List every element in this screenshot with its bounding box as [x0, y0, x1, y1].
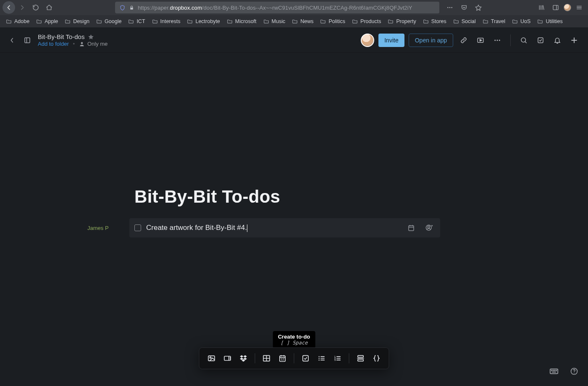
add-to-folder-link[interactable]: Add to folder	[38, 41, 69, 47]
svg-rect-64	[358, 360, 363, 361]
svg-rect-0	[130, 7, 133, 9]
insert-bullet-list-icon[interactable]	[315, 351, 329, 365]
folder-icon	[320, 18, 326, 24]
bookmark-folder[interactable]: Utilities	[537, 18, 562, 24]
svg-rect-63	[358, 355, 363, 357]
doc-list-button[interactable]	[23, 36, 32, 45]
bookmark-folder[interactable]: Stores	[423, 18, 446, 24]
insert-dropbox-icon[interactable]	[236, 351, 251, 365]
bookmark-folder[interactable]: Social	[453, 18, 476, 24]
history-back-button[interactable]	[8, 36, 17, 45]
more-menu-icon[interactable]	[491, 34, 504, 47]
open-in-app-button[interactable]: Open in app	[409, 34, 453, 47]
bookmark-folder[interactable]: Microsoft	[227, 18, 257, 24]
svg-point-2	[449, 7, 451, 8]
svg-rect-66	[550, 369, 558, 374]
bookmark-label: Interests	[160, 18, 181, 24]
copy-link-icon[interactable]	[457, 34, 470, 47]
nav-back-button[interactable]	[3, 1, 15, 14]
present-icon[interactable]	[474, 34, 487, 47]
bookmark-folder[interactable]: Google	[96, 18, 121, 24]
page-actions-icon[interactable]	[444, 1, 456, 14]
bookmark-folder[interactable]: Music	[263, 18, 286, 24]
keyboard-shortcuts-icon[interactable]	[548, 365, 560, 378]
header-doc-title[interactable]: Bit-By-Bit To-dos	[38, 33, 84, 40]
bookmark-folder[interactable]: Products	[352, 18, 381, 24]
bookmark-folder[interactable]: ICT	[128, 18, 145, 24]
insert-table-icon[interactable]	[260, 351, 274, 365]
folder-icon	[483, 18, 488, 24]
new-doc-icon[interactable]	[568, 34, 580, 47]
bookmark-folder[interactable]: Property	[388, 18, 416, 24]
bottom-right-utils	[548, 365, 580, 378]
invite-button[interactable]: Invite	[378, 34, 404, 47]
document-canvas[interactable]: Bit-By-Bit To-dos James P Create artwork…	[0, 53, 588, 237]
nav-home-button[interactable]	[43, 1, 55, 14]
help-icon[interactable]	[568, 365, 580, 378]
svg-point-3	[451, 7, 452, 8]
toolbar-separator	[349, 353, 349, 363]
folder-icon	[352, 18, 358, 24]
bookmark-folder[interactable]: Design	[65, 18, 89, 24]
insert-media-icon[interactable]	[220, 351, 235, 365]
todo-checkbox[interactable]	[134, 224, 141, 231]
folder-icon	[96, 18, 102, 24]
bookmark-folder[interactable]: Adobe	[6, 18, 29, 24]
toolbar-separator	[294, 353, 294, 363]
favorite-star-icon[interactable]	[88, 34, 94, 40]
browser-menu-icon[interactable]	[573, 1, 585, 14]
svg-point-21	[497, 39, 498, 41]
bookmark-folder[interactable]: Politics	[320, 18, 345, 24]
bookmark-folder[interactable]: Interests	[152, 18, 181, 24]
library-icon[interactable]	[535, 1, 548, 14]
svg-line-8	[543, 5, 544, 10]
sidebar-icon[interactable]	[549, 1, 562, 14]
folder-icon	[65, 18, 71, 24]
notifications-icon[interactable]	[551, 34, 564, 47]
folder-icon	[6, 18, 12, 24]
tracking-shield-icon[interactable]	[119, 5, 126, 11]
bookmark-star-icon[interactable]	[472, 1, 485, 14]
reader-pocket-icon[interactable]	[458, 1, 470, 14]
insert-image-icon[interactable]	[205, 351, 219, 365]
bookmarks-bar: Adobe Apple Design Google ICT Interests …	[0, 15, 588, 28]
insert-todo-icon[interactable]	[299, 351, 313, 365]
insert-divider-icon[interactable]	[354, 351, 368, 365]
bookmark-folder[interactable]: Lectrobyte	[187, 18, 220, 24]
user-avatar[interactable]	[361, 34, 374, 47]
bookmark-label: Travel	[491, 18, 505, 24]
svg-point-68	[553, 370, 553, 370]
folder-icon	[292, 18, 298, 24]
bookmark-label: Products	[360, 18, 381, 24]
browser-account-avatar[interactable]	[564, 4, 571, 11]
insert-timeline-icon[interactable]: 12	[276, 351, 290, 365]
svg-point-22	[499, 39, 500, 41]
bookmark-label: News	[300, 18, 313, 24]
search-icon[interactable]	[517, 34, 530, 47]
bookmark-label: Social	[462, 18, 476, 24]
todo-item-row[interactable]: James P Create artwork for Bit-By-Bit #4…	[129, 218, 440, 237]
nav-forward-button[interactable]	[16, 1, 29, 14]
svg-point-23	[521, 38, 526, 42]
bookmark-folder[interactable]: Apple	[36, 18, 58, 24]
bookmark-folder[interactable]: News	[292, 18, 313, 24]
nav-reload-button[interactable]	[29, 1, 42, 14]
bookmark-label: Adobe	[14, 18, 29, 24]
svg-marker-16	[89, 34, 94, 39]
svg-point-52	[319, 358, 320, 359]
insert-numbered-list-icon[interactable]: 123	[331, 351, 345, 365]
address-bar[interactable]: https://paper.dropbox.com/doc/Bit-By-Bit…	[115, 2, 439, 13]
privacy-indicator[interactable]: Only me	[79, 41, 108, 47]
insert-toolbar: 12 123	[199, 347, 389, 369]
folder-icon	[187, 18, 193, 24]
document-title[interactable]: Bit-By-Bit To-dos	[134, 187, 588, 206]
bookmark-folder[interactable]: UoS	[512, 18, 530, 24]
bookmark-folder[interactable]: Travel	[483, 18, 505, 24]
todos-icon[interactable]	[534, 34, 547, 47]
folder-icon	[423, 18, 429, 24]
assign-person-icon[interactable]	[423, 222, 435, 234]
tooltip-shortcut: [ ] Space	[278, 340, 310, 346]
due-date-icon[interactable]	[405, 222, 417, 234]
todo-text-input[interactable]: Create artwork for Bit-By-Bit #4.	[146, 224, 247, 232]
insert-code-icon[interactable]	[370, 351, 384, 365]
